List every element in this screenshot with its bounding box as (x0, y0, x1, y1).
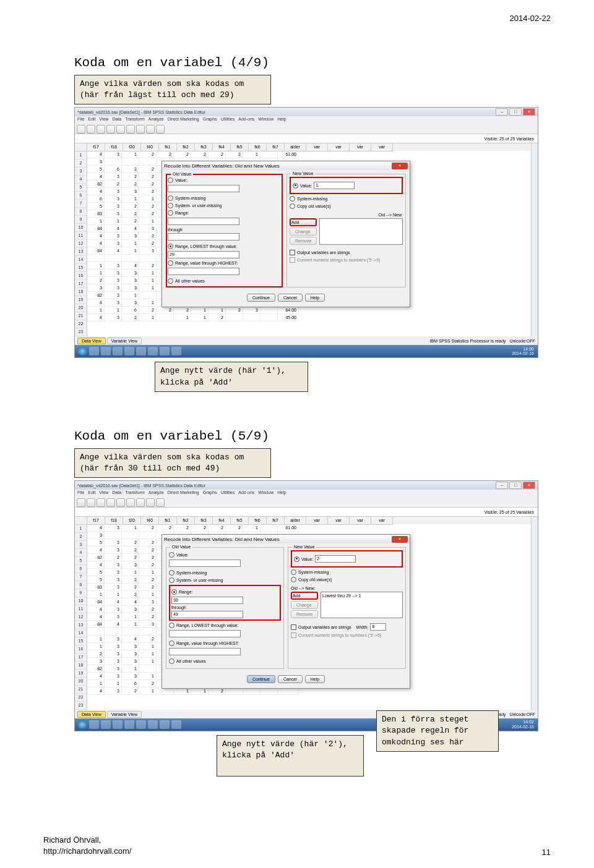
cell[interactable]: 3 (105, 232, 122, 240)
all-other-radio[interactable]: All other values (168, 278, 281, 284)
menu-item[interactable]: Analyze (148, 490, 164, 495)
cell[interactable]: 2 (139, 151, 157, 158)
cell[interactable]: 1 (139, 687, 157, 695)
vars-icon[interactable] (146, 498, 155, 507)
cell[interactable]: 6 (87, 195, 105, 203)
cell[interactable]: 2 (226, 307, 243, 314)
cell[interactable]: 3 (105, 524, 122, 532)
cancel-button[interactable]: Cancel (278, 675, 303, 683)
cell[interactable] (122, 532, 139, 539)
cell[interactable]: 2 (191, 151, 209, 158)
convert-check[interactable]: Convert numeric strings to numbers ('5'-… (290, 257, 403, 263)
menu-item[interactable]: Edit (88, 490, 95, 495)
close-icon[interactable]: × (523, 482, 535, 489)
cell[interactable]: 2 (139, 576, 157, 584)
change-button[interactable]: Change (290, 228, 317, 236)
menu-item[interactable]: Window (258, 117, 273, 121)
cell[interactable]: 1 (87, 636, 105, 643)
cell[interactable]: 3 (105, 240, 122, 247)
cell[interactable]: 1 (87, 643, 105, 650)
cell[interactable]: 3 (105, 606, 122, 613)
redo-icon[interactable] (116, 498, 125, 507)
cell[interactable]: 3 (122, 643, 139, 650)
cell[interactable]: 82 (87, 181, 105, 188)
range-radio[interactable]: Range: (171, 589, 278, 595)
taskbar-app-icon[interactable] (113, 720, 123, 729)
cell[interactable]: 3 (105, 613, 122, 621)
cell[interactable]: 3 (105, 576, 122, 584)
cell[interactable]: 3 (122, 673, 139, 680)
menu-item[interactable]: View (99, 117, 108, 121)
continue-button[interactable]: Continue (247, 294, 275, 302)
cell[interactable]: 2 (87, 277, 105, 284)
taskbar-app-icon[interactable] (171, 347, 181, 355)
cell[interactable]: 2 (122, 166, 139, 173)
cell[interactable] (139, 532, 157, 539)
cell[interactable]: 1 (209, 307, 226, 314)
taskbar-app-icon[interactable] (160, 347, 170, 355)
cell[interactable]: 2 (139, 524, 157, 532)
menu-item[interactable]: Data (112, 117, 121, 121)
cell[interactable]: 1 (122, 665, 139, 673)
value-input[interactable] (169, 560, 241, 567)
run-icon[interactable] (156, 498, 165, 507)
goto-icon[interactable] (136, 498, 145, 507)
cell[interactable]: 3 (122, 232, 139, 240)
taskbar-app-icon[interactable] (124, 347, 134, 355)
taskbar-app-icon[interactable] (148, 347, 158, 355)
cell[interactable]: 2 (139, 636, 157, 643)
cell[interactable] (105, 158, 122, 166)
cell[interactable]: 3 (105, 643, 122, 650)
cell[interactable]: 2 (139, 606, 157, 613)
scrollbar-vertical[interactable] (531, 517, 538, 710)
taskbar-app-icon[interactable] (171, 720, 181, 729)
cell[interactable]: 2 (139, 262, 157, 270)
cell[interactable]: 2 (139, 584, 157, 591)
cell[interactable]: 2 (122, 591, 139, 598)
cell[interactable]: 82 (87, 292, 105, 299)
cell[interactable]: 2 (191, 524, 209, 532)
cell[interactable]: 4 (122, 225, 139, 232)
menu-item[interactable]: Transform (125, 117, 145, 121)
cell[interactable]: 4 (87, 314, 105, 321)
cell[interactable]: 3 (105, 203, 122, 210)
cell[interactable]: 3 (122, 284, 139, 292)
cell[interactable]: 3 (122, 606, 139, 613)
cell[interactable]: 3 (105, 210, 122, 218)
range-from-input[interactable] (168, 218, 239, 225)
col-header[interactable]: var (350, 517, 371, 525)
cell[interactable] (105, 255, 122, 262)
cell[interactable]: 1 (122, 195, 139, 203)
cell[interactable]: 3 (87, 158, 105, 166)
cell[interactable] (260, 151, 278, 158)
cell[interactable]: 2 (157, 307, 174, 314)
menu-item[interactable]: Direct Marketing (168, 117, 199, 121)
cell[interactable] (122, 158, 139, 166)
taskbar-app-icon[interactable] (113, 347, 123, 355)
taskbar-app-icon[interactable] (136, 347, 146, 355)
cell[interactable] (139, 665, 157, 673)
cell[interactable]: 2 (226, 524, 243, 532)
cell[interactable]: 1 (139, 270, 157, 277)
cell[interactable]: 2 (174, 307, 191, 314)
cell[interactable] (122, 255, 139, 262)
taskbar-app-icon[interactable] (148, 720, 158, 729)
cell[interactable]: 61.00 (278, 151, 299, 158)
print-icon[interactable] (97, 498, 105, 507)
cell[interactable]: 1 (122, 240, 139, 247)
cell[interactable]: 4 (122, 262, 139, 270)
undo-icon[interactable] (106, 125, 115, 134)
cell[interactable]: 3 (105, 584, 122, 591)
cell[interactable]: 2 (122, 203, 139, 210)
cell[interactable]: 2 (139, 240, 157, 247)
cell[interactable]: 4 (105, 247, 122, 255)
cell[interactable]: 5 (87, 569, 105, 576)
cell[interactable]: 4 (105, 598, 122, 606)
cell[interactable]: 84 (87, 598, 105, 606)
cell[interactable]: 84 (87, 621, 105, 628)
cell[interactable] (139, 292, 157, 299)
menu-item[interactable]: View (99, 490, 108, 495)
cell[interactable]: 4 (105, 621, 122, 628)
cell[interactable]: 1 (87, 591, 105, 598)
save-icon[interactable] (87, 125, 95, 134)
